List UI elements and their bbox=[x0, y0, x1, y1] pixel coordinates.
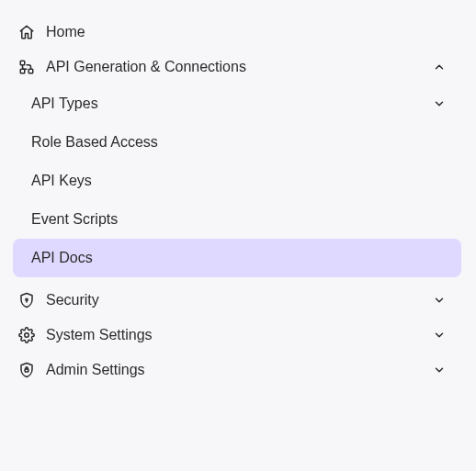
nav-api-generation[interactable]: API Generation & Connections bbox=[0, 50, 461, 84]
nav-api-generation-label: API Generation & Connections bbox=[46, 59, 421, 75]
subnav-api-docs[interactable]: API Docs bbox=[13, 239, 461, 277]
nav-security[interactable]: Security bbox=[0, 283, 461, 318]
subnav-api-types[interactable]: API Types bbox=[13, 84, 461, 123]
nav-security-label: Security bbox=[46, 292, 421, 308]
subnav-role-based-access[interactable]: Role Based Access bbox=[13, 123, 461, 162]
subnav-event-scripts[interactable]: Event Scripts bbox=[13, 200, 461, 239]
chevron-down-icon bbox=[432, 363, 447, 377]
subnav-role-label: Role Based Access bbox=[31, 134, 447, 151]
nav-home-label: Home bbox=[46, 24, 447, 40]
home-icon bbox=[18, 24, 35, 40]
subnav-api-types-label: API Types bbox=[31, 95, 421, 112]
subnav-api-keys[interactable]: API Keys bbox=[13, 162, 461, 200]
subnav-api-generation: API Types Role Based Access API Keys Eve… bbox=[0, 84, 461, 277]
chevron-up-icon bbox=[432, 60, 447, 74]
shield-lock-icon bbox=[18, 362, 35, 378]
chevron-down-icon bbox=[432, 328, 447, 342]
gear-icon bbox=[18, 327, 35, 343]
sidebar-nav: Home API Generation & Connections API Ty… bbox=[0, 0, 476, 402]
subnav-event-scripts-label: Event Scripts bbox=[31, 211, 447, 228]
connections-icon bbox=[18, 59, 35, 75]
chevron-down-icon bbox=[432, 293, 447, 308]
svg-point-4 bbox=[25, 333, 29, 338]
subnav-api-docs-label: API Docs bbox=[31, 250, 447, 266]
nav-admin-settings-label: Admin Settings bbox=[46, 362, 421, 378]
nav-home[interactable]: Home bbox=[0, 15, 461, 50]
subnav-api-keys-label: API Keys bbox=[31, 173, 447, 189]
nav-system-settings-label: System Settings bbox=[46, 327, 421, 343]
nav-system-settings[interactable]: System Settings bbox=[0, 318, 461, 353]
nav-admin-settings[interactable]: Admin Settings bbox=[0, 353, 461, 387]
chevron-down-icon bbox=[432, 96, 447, 111]
shield-icon bbox=[18, 292, 35, 308]
